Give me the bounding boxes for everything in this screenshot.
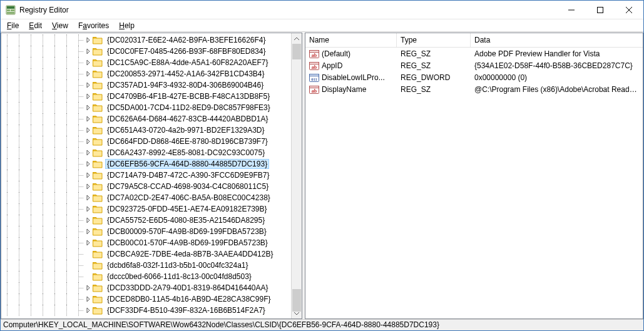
tree-item[interactable]: {DC626A64-D684-4627-83CB-44420ABDBD1A} (1, 113, 291, 125)
expand-toggle[interactable] (84, 71, 91, 78)
tree-item-label[interactable]: {DC1C5A9C-E88A-4dde-A5A1-60F82A20AEF7} (105, 58, 270, 68)
tree-item-label[interactable]: {DC200853-2971-4452-A1A6-342FB1CD43B4} (105, 69, 267, 79)
expand-toggle[interactable] (84, 138, 91, 145)
tree-item[interactable]: {DC4709B6-4F1B-427E-BCBB-F48CA13DB8F5} (1, 91, 291, 102)
tree-item[interactable]: {DC5DA001-7CD4-11D2-8ED9-D8C857F98FE3} (1, 102, 291, 113)
tree-item[interactable]: {DC714A79-D4B7-472C-A390-3FCC6D9E9FB7} (1, 170, 291, 181)
tree-item[interactable]: {dccc0bed-6066-11d1-8c13-00c04fd8d503} (1, 271, 291, 282)
tree-item-label[interactable]: {DCBCA92E-7DBE-4eda-8B7B-3AAEA4DD412B} (105, 249, 275, 259)
expand-toggle[interactable] (84, 48, 91, 55)
tree-item-label[interactable]: {DCA55752-E6D5-4080-8E35-A21546DA8295} (105, 215, 267, 225)
tree-item[interactable]: {DC79A5C8-CCAD-4698-9034-C4C8068011C5} (1, 181, 291, 192)
expand-toggle[interactable] (84, 195, 91, 201)
value-name: AppID (322, 61, 342, 70)
scrollbar-thumb-top[interactable] (292, 44, 301, 59)
scrollbar-track[interactable] (292, 44, 302, 308)
list-row[interactable]: DisplayNameREG_SZ@C:\Program Files (x86)… (305, 83, 643, 95)
expand-toggle[interactable] (84, 161, 91, 168)
tree-item[interactable]: {DC6A2437-8992-4E85-8081-DC92C93C0075} (1, 147, 291, 158)
tree-item[interactable]: {DC651A43-0720-4a2b-9971-BD2EF1329A3D} (1, 125, 291, 136)
menu-edit[interactable]: Edit (25, 21, 46, 31)
tree-item-label[interactable]: {DC4709B6-4F1B-427E-BCBB-F48CA13DB8F5} (105, 91, 272, 101)
scroll-down-button[interactable] (292, 308, 302, 318)
expand-toggle[interactable] (84, 172, 91, 179)
tree-item[interactable]: {DCD33DDD-2A79-40D1-8319-864D416440AA} (1, 282, 291, 293)
minimize-button[interactable] (557, 1, 586, 19)
expand-toggle[interactable] (84, 262, 91, 269)
tree-item[interactable]: {DC200853-2971-4452-A1A6-342FB1CD43B4} (1, 68, 291, 79)
tree-indent (25, 192, 37, 203)
expand-toggle[interactable] (84, 37, 91, 44)
expand-toggle[interactable] (84, 217, 91, 224)
vertical-scrollbar[interactable] (291, 33, 302, 318)
tree-item-label[interactable]: {DC0C0FE7-0485-4266-B93F-68FBF80ED834} (105, 46, 267, 56)
tree-item-label[interactable]: {DC7A02CD-2E47-406C-BA5A-B08EC00C4238} (105, 193, 272, 203)
titlebar[interactable]: Registry Editor (1, 1, 643, 19)
tree-pane[interactable]: {DC020317-E6E2-4A62-B9FA-B3EFE16626F4}{D… (1, 33, 302, 319)
menu-help[interactable]: Help (115, 21, 138, 31)
expand-toggle[interactable] (84, 183, 91, 190)
expand-toggle[interactable] (84, 59, 91, 66)
tree-item[interactable]: {DCB00C01-570F-4A9B-8D69-199FDBA5723B} (1, 237, 291, 248)
maximize-button[interactable] (586, 1, 615, 19)
tree-item-label[interactable]: {DC357AD1-94F3-4932-80D4-306B69004B46} (105, 80, 265, 90)
tree-item[interactable]: {DC0C0FE7-0485-4266-B93F-68FBF80ED834} (1, 46, 291, 57)
tree-item[interactable]: {DCBCA92E-7DBE-4eda-8B7B-3AAEA4DD412B} (1, 248, 291, 260)
tree-item[interactable]: {dcbd6fa8-032f-11d3-b5b1-00c04fc324a1} (1, 260, 291, 271)
tree-item-label[interactable]: {DCED8DB0-11A5-4b16-AB9D-4E28CA38C99F} (105, 294, 272, 304)
tree-item-label[interactable]: {DC6A2437-8992-4E85-8081-DC92C93C0075} (105, 148, 267, 158)
expand-toggle[interactable] (84, 127, 91, 134)
tree-item-label[interactable]: {DC626A64-D684-4627-83CB-44420ABDBD1A} (105, 114, 270, 124)
expand-toggle[interactable] (84, 307, 91, 314)
tree-item[interactable]: {DC1C5A9C-E88A-4dde-A5A1-60F82A20AEF7} (1, 57, 291, 68)
column-header-data[interactable]: Data (471, 33, 643, 47)
tree-item-label[interactable]: {DCD33DDD-2A79-40D1-8319-864D416440AA} (105, 283, 270, 293)
tree-item-label[interactable]: {DC020317-E6E2-4A62-B9FA-B3EFE16626F4} (105, 35, 268, 45)
expand-toggle[interactable] (84, 285, 91, 292)
menu-favorites[interactable]: Favorites (74, 21, 113, 31)
expand-toggle[interactable] (84, 104, 91, 111)
column-header-type[interactable]: Type (397, 33, 471, 47)
tree-item[interactable]: {DCED8DB0-11A5-4b16-AB9D-4E28CA38C99F} (1, 293, 291, 305)
tree-item[interactable]: {DCF33DF4-B510-439F-832A-16B6B514F2A7} (1, 305, 291, 316)
tree-item-label[interactable]: {dccc0bed-6066-11d1-8c13-00c04fd8d503} (105, 272, 253, 282)
scroll-up-button[interactable] (292, 33, 302, 44)
tree-item-label[interactable]: {DC651A43-0720-4a2b-9971-BD2EF1329A3D} (105, 125, 267, 135)
tree-item-label[interactable]: {DC714A79-D4B7-472C-A390-3FCC6D9E9FB7} (105, 170, 271, 180)
expand-toggle[interactable] (84, 251, 91, 258)
tree-item-label[interactable]: {DC5DA001-7CD4-11D2-8ED9-D8C857F98FE3} (105, 103, 272, 113)
tree-item-label[interactable]: {DCB00009-570F-4A9B-8D69-199FDBA5723B} (105, 227, 268, 237)
close-button[interactable] (615, 1, 643, 19)
column-header-name[interactable]: Name (305, 33, 397, 47)
expand-toggle[interactable] (84, 240, 91, 247)
list-row[interactable]: DisableLowILPro...REG_DWORD0x00000000 (0… (305, 71, 643, 83)
tree-item-label[interactable]: {DC664FDD-D868-46EE-8780-8D196CB739F7} (105, 136, 270, 146)
menu-file[interactable]: File (3, 21, 23, 31)
expand-toggle[interactable] (84, 150, 91, 156)
tree-item[interactable]: {DC923725-0FDD-45E1-AE74-EA09182E739B} (1, 203, 291, 215)
tree-item-label[interactable]: {DC79A5C8-CCAD-4698-9034-C4C8068011C5} (105, 181, 270, 191)
tree-item[interactable]: {DC664FDD-D868-46EE-8780-8D196CB739F7} (1, 136, 291, 147)
expand-toggle[interactable] (84, 228, 91, 235)
expand-toggle[interactable] (84, 116, 91, 123)
tree-item[interactable]: {DC357AD1-94F3-4932-80D4-306B69004B46} (1, 79, 291, 91)
tree-item-label[interactable]: {DCF33DF4-B510-439F-832A-16B6B514F2A7} (105, 305, 267, 315)
expand-toggle[interactable] (84, 296, 91, 303)
menu-view[interactable]: View (48, 21, 72, 31)
tree-item-label[interactable]: {DC923725-0FDD-45E1-AE74-EA09182E739B} (105, 204, 269, 214)
list-row[interactable]: AppIDREG_SZ{534A1E02-D58F-44f0-B58B-36CB… (305, 59, 643, 71)
expand-toggle[interactable] (84, 82, 91, 89)
tree-item[interactable]: {DCA55752-E6D5-4080-8E35-A21546DA8295} (1, 215, 291, 226)
expand-toggle[interactable] (84, 206, 91, 213)
list-row[interactable]: (Default)REG_SZAdobe PDF Preview Handler… (305, 48, 643, 59)
tree-item[interactable]: {DCB00009-570F-4A9B-8D69-199FDBA5723B} (1, 226, 291, 237)
expand-toggle[interactable] (84, 93, 91, 100)
tree-item[interactable]: {DC7A02CD-2E47-406C-BA5A-B08EC00C4238} (1, 192, 291, 203)
expand-toggle[interactable] (84, 273, 91, 280)
tree-item[interactable]: {DC6EFB56-9CFA-464D-8880-44885D7DC193} (1, 158, 291, 170)
tree-item-label[interactable]: {DC6EFB56-9CFA-464D-8880-44885D7DC193} (105, 159, 269, 169)
list-pane[interactable]: Name Type Data (Default)REG_SZAdobe PDF … (305, 33, 643, 319)
tree-item-label[interactable]: {DCB00C01-570F-4A9B-8D69-199FDBA5723B} (105, 238, 270, 248)
tree-item-label[interactable]: {dcbd6fa8-032f-11d3-b5b1-00c04fc324a1} (105, 260, 250, 270)
tree-item[interactable]: {DC020317-E6E2-4A62-B9FA-B3EFE16626F4} (1, 34, 291, 46)
